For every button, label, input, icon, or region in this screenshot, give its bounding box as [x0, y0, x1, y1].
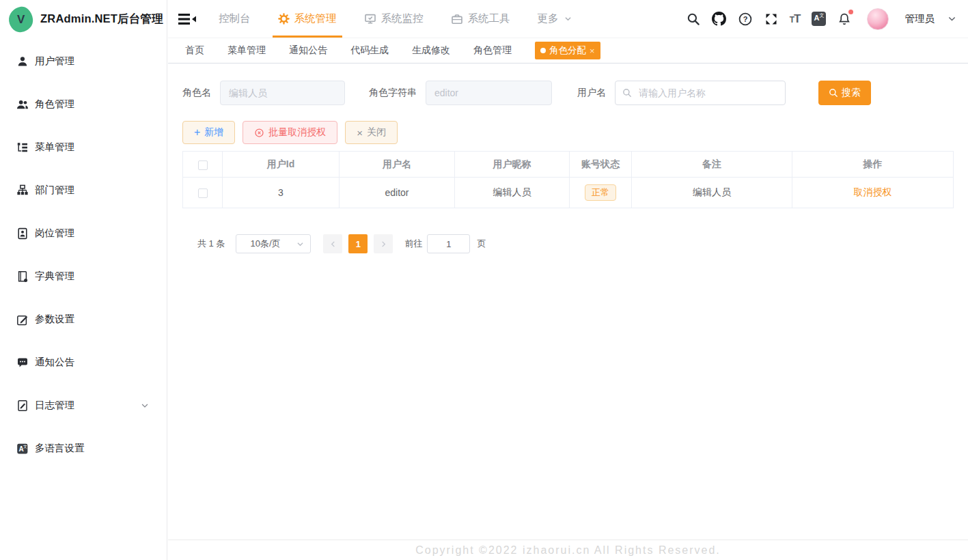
tab-code-gen[interactable]: 代码生成	[350, 44, 389, 57]
cancel-auth-link[interactable]: 取消授权	[854, 186, 892, 197]
main-content: 角色名 角色字符串 用户名 搜索 + 新增 批量取消授权 × 关闭	[168, 64, 968, 540]
col-user-id: 用户Id	[223, 152, 340, 178]
user-name-input-wrap	[615, 81, 786, 105]
tab-notice[interactable]: 通知公告	[289, 44, 327, 57]
page-number-current[interactable]: 1	[348, 234, 368, 253]
col-status: 账号状态	[570, 152, 632, 178]
row-checkbox[interactable]	[198, 188, 208, 198]
users-icon	[16, 98, 29, 111]
sidebar-item-log-mgmt[interactable]: 日志管理	[0, 384, 167, 427]
sidebar-item-notice[interactable]: 通知公告	[0, 341, 167, 384]
next-page-button[interactable]	[374, 234, 393, 253]
footer: Copyright ©2022 izhaorui.cn All Rights R…	[168, 540, 968, 560]
tab-gen-edit[interactable]: 生成修改	[412, 44, 450, 57]
sidebar-item-label: 菜单管理	[35, 141, 74, 154]
search-button[interactable]: 搜索	[818, 81, 871, 105]
language-switch-icon[interactable]: A文	[812, 12, 826, 26]
sidebar-item-param-settings[interactable]: 参数设置	[0, 298, 167, 341]
sidebar-item-label: 用户管理	[35, 55, 74, 68]
chevron-right-icon	[379, 240, 388, 249]
nav-label: 控制台	[219, 12, 251, 26]
top-header: 控制台 系统管理 系统监控 系统工具	[168, 0, 968, 38]
batch-cancel-auth-button[interactable]: 批量取消授权	[243, 121, 337, 144]
github-icon[interactable]	[712, 12, 727, 27]
nav-item-more[interactable]: 更多	[536, 0, 574, 38]
sidebar-item-label: 多语言设置	[35, 442, 85, 455]
monitor-icon	[364, 13, 376, 25]
nav-item-system-tools[interactable]: 系统工具	[450, 0, 512, 38]
logo-letter: V	[17, 12, 25, 26]
page-size-select[interactable]: 10条/页	[236, 234, 311, 253]
chevron-down-icon	[564, 14, 572, 23]
input-search-icon	[622, 88, 632, 98]
prev-page-button[interactable]	[323, 234, 342, 253]
search-icon[interactable]	[686, 12, 701, 27]
sidebar-item-label: 岗位管理	[35, 227, 74, 240]
toolbox-icon	[451, 13, 463, 25]
sidebar-item-label: 通知公告	[35, 356, 74, 369]
plus-icon: +	[194, 127, 200, 138]
role-name-label: 角色名	[182, 87, 211, 99]
username[interactable]: 管理员	[905, 12, 935, 25]
translate-icon: A文	[16, 443, 29, 455]
sidebar-item-post-mgmt[interactable]: 岗位管理	[0, 212, 167, 255]
top-navigation: 控制台 系统管理 系统监控 系统工具	[217, 0, 598, 38]
close-button[interactable]: × 关闭	[345, 121, 398, 144]
nav-item-system-monitor[interactable]: 系统监控	[363, 0, 425, 38]
tab-menu-mgmt[interactable]: 菜单管理	[227, 44, 266, 57]
avatar[interactable]	[867, 8, 889, 30]
sidebar-item-user-mgmt[interactable]: 用户管理	[0, 40, 167, 83]
svg-text:文: 文	[23, 443, 27, 448]
user-table: 用户Id 用户名 用户昵称 账号状态 备注 操作 3 editor 编辑人员 正…	[182, 151, 954, 208]
sidebar-item-label: 日志管理	[35, 399, 74, 412]
role-key-label: 角色字符串	[369, 87, 417, 99]
font-size-icon[interactable]: TT	[790, 12, 801, 26]
sidebar-item-dept-mgmt[interactable]: 部门管理	[0, 169, 167, 212]
goto-page-input[interactable]	[427, 234, 470, 253]
tab-home[interactable]: 首页	[185, 44, 204, 57]
nav-label: 系统管理	[294, 12, 337, 26]
help-icon[interactable]: ?	[738, 12, 753, 27]
close-icon: ×	[357, 128, 363, 138]
cell-remark: 编辑人员	[632, 178, 792, 208]
user-name-input[interactable]	[615, 81, 786, 105]
nav-item-dashboard[interactable]: 控制台	[217, 0, 252, 38]
pagination-total: 共 1 条	[197, 238, 225, 250]
id-badge-icon	[16, 227, 29, 240]
active-tab-dot	[540, 48, 546, 53]
add-button-label: 新增	[204, 126, 223, 139]
close-button-label: 关闭	[367, 126, 386, 139]
nav-item-system-mgmt[interactable]: 系统管理	[277, 0, 338, 38]
sidebar-item-language-settings[interactable]: A文 多语言设置	[0, 427, 167, 470]
sidebar-item-menu-mgmt[interactable]: 菜单管理	[0, 126, 167, 169]
sidebar-item-role-mgmt[interactable]: 角色管理	[0, 83, 167, 126]
page-unit-label: 页	[477, 238, 486, 250]
fullscreen-icon[interactable]	[764, 12, 779, 27]
search-icon	[829, 88, 838, 98]
chevron-left-icon	[329, 240, 337, 249]
col-remark: 备注	[632, 152, 792, 178]
select-all-checkbox[interactable]	[198, 160, 208, 170]
pagination: 共 1 条 10条/页 1 前往 页	[197, 234, 954, 253]
sidebar-fold-icon[interactable]	[178, 11, 197, 27]
table-row: 3 editor 编辑人员 正常 编辑人员 取消授权	[183, 178, 954, 208]
app-logo-row[interactable]: V ZRAdmin.NET后台管理	[0, 0, 167, 38]
notification-bell-icon[interactable]	[837, 12, 852, 27]
cell-user-name: editor	[340, 178, 455, 208]
tab-role-assign-active[interactable]: 角色分配 ×	[535, 42, 600, 59]
tab-close-icon[interactable]: ×	[590, 46, 595, 55]
goto-label: 前往	[404, 238, 422, 250]
menu-tree-icon	[16, 141, 29, 154]
tag-view-bar: 首页 菜单管理 通知公告 代码生成 生成修改 角色管理 角色分配 ×	[168, 38, 968, 64]
chevron-down-icon	[140, 401, 150, 410]
sidebar-item-dict-mgmt[interactable]: 字典管理	[0, 255, 167, 298]
chat-bubble-icon	[16, 356, 29, 369]
sidebar: V ZRAdmin.NET后台管理 用户管理 角色管理 菜单管理 部门管理 岗位…	[0, 0, 167, 560]
notification-dot	[848, 10, 853, 14]
sidebar-item-label: 参数设置	[35, 313, 74, 326]
tab-role-mgmt[interactable]: 角色管理	[473, 44, 512, 57]
user-menu-chevron-icon[interactable]	[947, 14, 957, 24]
edit-square-icon	[16, 313, 29, 326]
log-document-icon	[16, 400, 29, 412]
add-button[interactable]: + 新增	[182, 121, 235, 144]
